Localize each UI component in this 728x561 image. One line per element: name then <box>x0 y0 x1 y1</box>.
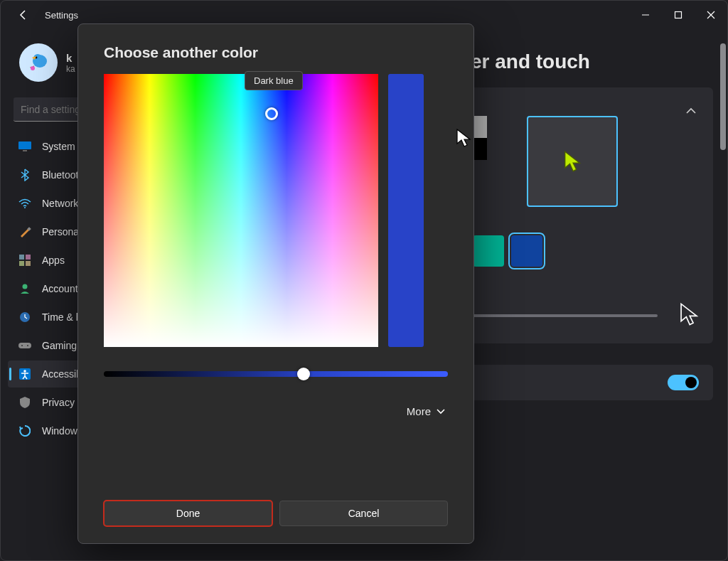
svg-rect-15 <box>26 261 31 266</box>
back-button[interactable] <box>15 6 32 23</box>
maximize-button[interactable] <box>662 1 695 29</box>
clock-icon <box>18 310 32 324</box>
svg-rect-12 <box>19 255 24 260</box>
svg-rect-18 <box>18 343 31 348</box>
bluetooth-icon <box>18 168 32 182</box>
shield-icon <box>18 395 32 410</box>
svg-rect-1 <box>675 12 682 18</box>
monitor-icon <box>18 139 32 154</box>
cancel-button[interactable]: Cancel <box>279 501 448 526</box>
user-email: ka <box>66 64 75 74</box>
swatch-green[interactable] <box>473 235 504 267</box>
pointer-style-custom[interactable] <box>527 116 618 207</box>
value-slider[interactable] <box>104 371 448 377</box>
svg-rect-9 <box>23 150 27 151</box>
avatar <box>19 43 58 82</box>
value-slider-thumb[interactable] <box>297 368 310 380</box>
cursor-large-icon <box>679 302 699 329</box>
gamepad-icon <box>18 338 32 353</box>
color-field-cursor[interactable] <box>265 107 278 120</box>
swatch-darkblue[interactable] <box>511 235 542 267</box>
svg-rect-8 <box>18 141 31 149</box>
app-title: Settings <box>45 10 78 21</box>
user-name: k <box>66 52 75 64</box>
svg-point-22 <box>23 370 26 373</box>
color-tooltip: Dark blue <box>245 71 303 90</box>
window-controls <box>629 1 727 29</box>
apps-icon <box>18 253 32 267</box>
svg-point-20 <box>27 345 28 346</box>
minimize-button[interactable] <box>629 1 662 29</box>
color-picker-dialog: Choose another color Dark blue More Done… <box>77 23 474 544</box>
svg-point-19 <box>21 345 23 346</box>
pointer-size-slider[interactable] <box>449 314 658 317</box>
svg-point-10 <box>24 207 26 208</box>
svg-point-5 <box>31 66 35 70</box>
brush-icon <box>18 225 32 239</box>
scrollbar-thumb[interactable] <box>720 43 726 150</box>
account-icon <box>18 282 32 296</box>
scrollbar[interactable] <box>720 43 726 557</box>
touch-toggle[interactable] <box>668 375 699 390</box>
svg-rect-13 <box>26 255 31 260</box>
done-button[interactable]: Done <box>104 501 272 526</box>
more-toggle[interactable]: More <box>104 405 448 417</box>
color-field[interactable]: Dark blue <box>104 74 378 347</box>
color-preview <box>388 74 424 347</box>
update-icon <box>18 424 32 438</box>
accessibility-icon <box>18 367 32 381</box>
svg-rect-14 <box>19 261 24 266</box>
close-button[interactable] <box>695 1 727 29</box>
chevron-up-icon[interactable] <box>686 105 696 117</box>
chevron-down-icon <box>437 409 445 415</box>
dialog-title: Choose another color <box>104 44 448 61</box>
wifi-icon <box>18 196 32 210</box>
svg-point-16 <box>23 284 28 289</box>
